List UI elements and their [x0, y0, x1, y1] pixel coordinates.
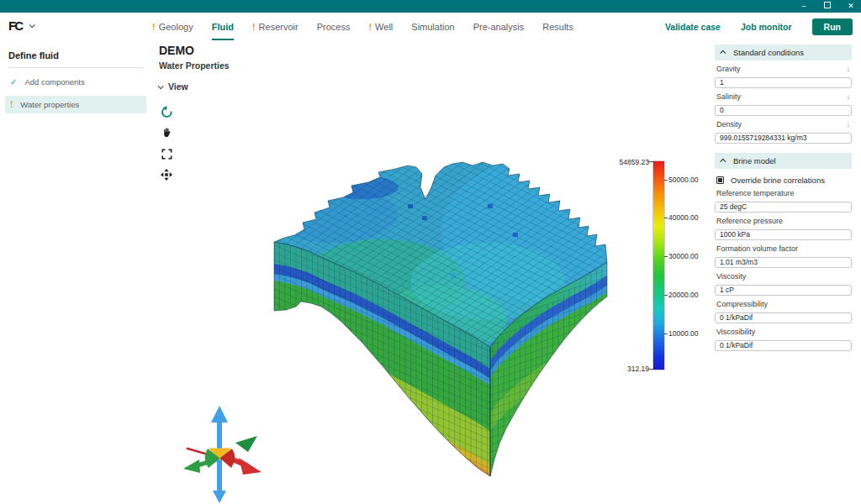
- fit-view-icon[interactable]: [160, 168, 173, 181]
- chevron-up-icon: [720, 50, 726, 56]
- field-label: Viscosity: [716, 272, 746, 281]
- gravity-input[interactable]: [715, 77, 852, 88]
- field-salinity: Salinity ↓: [715, 92, 852, 116]
- sidebar-item-add-components[interactable]: ✓ Add components: [5, 73, 146, 91]
- tab-label: Results: [542, 22, 573, 32]
- colorbar-tick-label: 40000.00: [668, 213, 698, 222]
- field-label: Density: [716, 120, 742, 129]
- colorbar: [653, 161, 664, 370]
- colorbar-tick: [648, 161, 653, 162]
- density-input[interactable]: [715, 133, 852, 144]
- checkbox-checked-icon: [716, 176, 724, 184]
- chevron-up-icon: [720, 159, 726, 165]
- sidebar: Define fluid ✓ Add components ! Water pr…: [0, 40, 151, 504]
- compressibility-input[interactable]: [715, 312, 852, 323]
- viscosibility-input[interactable]: [715, 340, 852, 351]
- sidebar-title: Define fluid: [8, 47, 145, 68]
- colorbar-tick-label: 50000.00: [668, 176, 698, 184]
- colorbar-tick: [648, 369, 653, 370]
- minimize-icon[interactable]: –: [799, 0, 809, 13]
- chevron-down-icon: [158, 83, 164, 89]
- header: FC ! Geology Fluid ! Reservoir Process !…: [0, 13, 861, 40]
- reference-temperature-input[interactable]: [715, 202, 852, 213]
- salinity-input[interactable]: [715, 105, 852, 116]
- field-viscosity: Viscosity: [715, 272, 852, 296]
- pan-hand-icon[interactable]: [160, 126, 173, 139]
- colorbar-max-label: 54859.23: [610, 158, 649, 166]
- colorbar-tick: [664, 218, 668, 218]
- tab-geology[interactable]: ! Geology: [152, 13, 193, 40]
- field-label: Reference temperature: [716, 189, 795, 197]
- sidebar-item-water-properties[interactable]: ! Water properties: [5, 96, 146, 113]
- view-label: View: [168, 81, 188, 92]
- unit-convert-icon[interactable]: ↓: [847, 121, 851, 129]
- field-gravity: Gravity ↓: [715, 65, 852, 88]
- field-label: Formation volume factor: [716, 244, 798, 253]
- warning-icon: !: [10, 100, 13, 109]
- unit-convert-icon[interactable]: ↓: [847, 93, 851, 101]
- tab-label: Process: [317, 22, 351, 32]
- job-monitor-link[interactable]: Job monitor: [741, 22, 792, 32]
- field-viscosibility: Viscosibility: [715, 328, 852, 351]
- model-top-surface: [261, 155, 651, 357]
- warning-icon: !: [368, 22, 372, 32]
- reference-pressure-input[interactable]: [715, 229, 852, 240]
- field-label: Gravity: [716, 65, 741, 73]
- field-label: Salinity: [716, 92, 741, 101]
- tab-label: Pre-analysis: [473, 22, 525, 32]
- colorbar-tick: [664, 333, 668, 334]
- run-button[interactable]: Run: [812, 18, 853, 35]
- tab-label: Simulation: [411, 22, 454, 32]
- colorbar-tick-label: 10000.00: [668, 329, 698, 338]
- close-icon[interactable]: ✕: [846, 0, 856, 13]
- section-brine-model[interactable]: Brine model: [715, 153, 852, 169]
- tab-well[interactable]: ! Well: [368, 13, 393, 40]
- reservoir-3d-model[interactable]: [235, 155, 656, 491]
- field-reference-pressure: Reference pressure: [715, 217, 852, 240]
- rotate-reset-icon[interactable]: [160, 105, 173, 118]
- tab-label: Reservoir: [259, 22, 298, 32]
- colorbar-tick: [664, 295, 668, 296]
- view-expander[interactable]: View: [158, 81, 188, 92]
- field-compressibility: Compressibility: [715, 300, 852, 323]
- tab-fluid[interactable]: Fluid: [212, 13, 234, 40]
- maximize-icon[interactable]: [822, 0, 832, 13]
- window-titlebar: – ✕: [0, 0, 861, 13]
- tab-process[interactable]: Process: [317, 13, 351, 40]
- logo-chevron-down-icon[interactable]: [29, 22, 35, 28]
- section-standard-conditions[interactable]: Standard conditions: [715, 45, 852, 60]
- warning-icon: !: [152, 22, 156, 32]
- tab-label: Geology: [159, 22, 193, 32]
- orientation-gizmo-axes[interactable]: [179, 402, 272, 504]
- tab-simulation[interactable]: Simulation: [411, 13, 454, 40]
- tab-reservoir[interactable]: ! Reservoir: [252, 13, 298, 40]
- validate-case-link[interactable]: Validate case: [665, 22, 721, 32]
- field-reference-temperature: Reference temperature: [715, 189, 852, 213]
- app-window: – ✕ FC ! Geology Fluid ! Reservoir Proce…: [0, 0, 861, 504]
- header-actions: Validate case Job monitor Run: [665, 13, 853, 40]
- field-label: Compressibility: [716, 300, 768, 308]
- unit-convert-icon[interactable]: ↓: [847, 66, 851, 73]
- project-title: DEMO: [159, 44, 194, 57]
- colorbar-tick-label: 20000.00: [668, 291, 698, 299]
- page-title: Water Properties: [159, 60, 230, 71]
- override-brine-correlations-checkbox[interactable]: Override brine correlations: [716, 176, 850, 185]
- sidebar-item-label: Water properties: [20, 100, 79, 109]
- properties-panel: Standard conditions Gravity ↓ Salinity ↓…: [715, 40, 852, 351]
- viscosity-input[interactable]: [715, 285, 852, 296]
- fullscreen-icon[interactable]: [160, 147, 173, 160]
- window-controls: – ✕: [799, 0, 856, 13]
- colorbar-tick-label: 30000.00: [668, 252, 698, 260]
- app-logo[interactable]: FC: [8, 18, 34, 33]
- section-title: Brine model: [733, 156, 776, 165]
- colorbar-min-label: 312.19: [610, 365, 649, 373]
- check-icon: ✓: [10, 77, 17, 87]
- section-title: Standard conditions: [733, 48, 804, 57]
- tab-pre-analysis[interactable]: Pre-analysis: [473, 13, 525, 40]
- field-formation-volume-factor: Formation volume factor: [715, 244, 852, 268]
- colorbar-tick: [664, 256, 668, 257]
- formation-volume-factor-input[interactable]: [715, 257, 852, 268]
- tab-label: Fluid: [212, 22, 234, 32]
- tab-results[interactable]: Results: [542, 13, 573, 40]
- colorbar-tick: [664, 180, 668, 181]
